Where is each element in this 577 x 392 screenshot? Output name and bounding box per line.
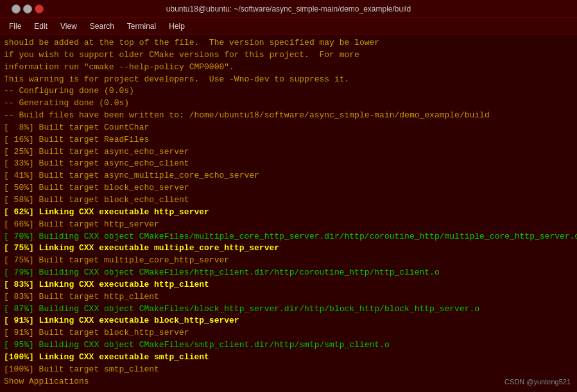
terminal-line: if you wish to support older CMake versi…	[4, 49, 573, 62]
terminal-line: -- Build files have been written to: /ho…	[4, 110, 573, 122]
terminal-line: Show Applications	[4, 376, 573, 388]
terminal-output: should be added at the top of the file. …	[0, 35, 577, 392]
terminal-line: [ 41%] Built target async_multiple_core_…	[4, 170, 573, 182]
menu-help[interactable]: Help	[162, 21, 191, 32]
terminal-line: [ 91%] Built target block_http_server	[4, 327, 573, 339]
terminal-line: [ 91%] Linking CXX executable block_http…	[4, 315, 573, 327]
terminal-line: [ 70%] Building CXX object CMakeFiles/mu…	[4, 231, 573, 243]
terminal-line: [ 25%] Built target async_echo_server	[4, 146, 573, 158]
menu-view[interactable]: View	[54, 21, 83, 32]
menu-file[interactable]: File	[3, 21, 28, 32]
terminal-line: [ 66%] Built target http_server	[4, 219, 573, 231]
terminal-line: [ 79%] Building CXX object CMakeFiles/ht…	[4, 267, 573, 279]
terminal-line: [100%] Linking CXX executable smtp_clien…	[4, 352, 573, 364]
close-button[interactable]	[35, 4, 44, 13]
window-title: ubuntu18@ubuntu: ~/software/async_simple…	[44, 4, 533, 13]
terminal-line: [ 83%] Linking CXX executable http_clien…	[4, 279, 573, 291]
terminal-line: [ 58%] Built target block_echo_client	[4, 194, 573, 207]
menu-terminal[interactable]: Terminal	[121, 21, 162, 32]
maximize-button[interactable]	[23, 4, 32, 13]
terminal-line: information run "cmake --help-policy CMP…	[4, 62, 573, 74]
menu-edit[interactable]: Edit	[28, 21, 54, 32]
title-bar: ubuntu18@ubuntu: ~/software/async_simple…	[0, 0, 577, 18]
terminal-line: -- Generating done (0.0s)	[4, 98, 573, 110]
terminal-line: [ 50%] Built target block_echo_server	[4, 182, 573, 194]
terminal-line: [ 16%] Built target ReadFiles	[4, 134, 573, 146]
terminal-line: [ 75%] Built target multiple_core_http_s…	[4, 255, 573, 267]
terminal-line: [ 33%] Built target async_echo_client	[4, 158, 573, 170]
minimize-button[interactable]	[12, 4, 21, 13]
terminal-line: [ 62%] Linking CXX executable http_serve…	[4, 207, 573, 219]
watermark: CSDN @yunteng521	[504, 378, 571, 386]
terminal-line: [100%] Built target smtp_client	[4, 364, 573, 376]
terminal-line: [ 95%] Building CXX object CMakeFiles/sm…	[4, 339, 573, 352]
terminal-line: [ 87%] Building CXX object CMakeFiles/bl…	[4, 303, 573, 316]
terminal-line: should be added at the top of the file. …	[4, 37, 573, 49]
terminal-line: -- Configuring done (0.0s)	[4, 85, 573, 98]
terminal-line: [ 83%] Built target http_client	[4, 291, 573, 303]
menu-search[interactable]: Search	[83, 21, 121, 32]
terminal-line: [ 8%] Built target CountChar	[4, 122, 573, 134]
menu-bar: File Edit View Search Terminal Help	[0, 18, 577, 35]
terminal-line: [ 75%] Linking CXX executable multiple_c…	[4, 243, 573, 255]
terminal-line: This warning is for project developers. …	[4, 74, 573, 86]
